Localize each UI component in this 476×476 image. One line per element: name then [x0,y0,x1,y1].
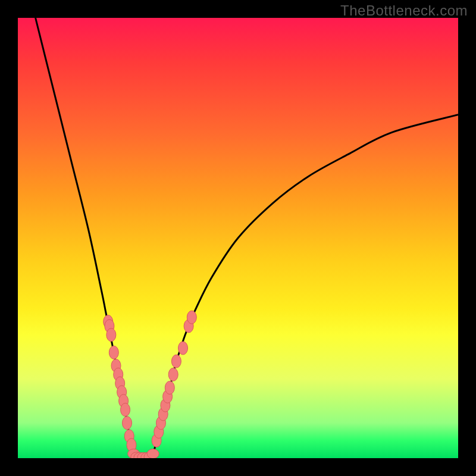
chart-frame: TheBottleneck.com [0,0,476,476]
data-marker [109,346,118,359]
bottleneck-curve [36,18,458,458]
chart-svg [18,18,458,458]
data-marker [107,328,116,342]
plot-area [18,18,458,458]
data-marker [121,403,130,416]
data-markers [104,311,197,458]
data-marker [168,368,178,381]
data-marker [147,449,159,458]
data-marker [178,342,188,355]
data-marker [123,416,132,430]
data-marker [171,355,181,368]
watermark-text: TheBottleneck.com [340,2,468,19]
data-marker [165,381,174,394]
data-marker [187,311,196,324]
